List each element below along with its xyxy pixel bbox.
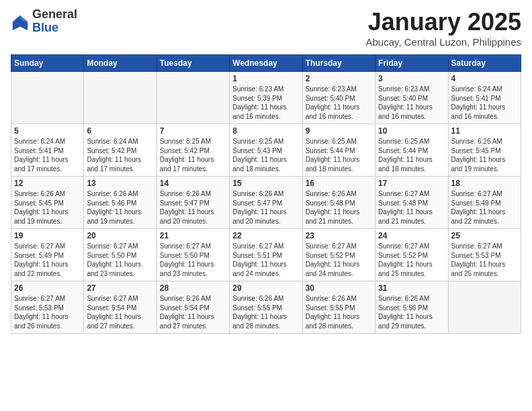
daylight-label: Daylight: 11 hours and 23 minutes. [160,261,214,277]
calendar-cell: 5 Sunrise: 6:24 AM Sunset: 5:41 PM Dayli… [11,124,84,177]
calendar-cell: 28 Sunrise: 6:26 AM Sunset: 5:54 PM Dayl… [157,281,229,334]
cell-content: Sunrise: 6:26 AM Sunset: 5:45 PM Dayligh… [14,189,81,226]
day-number: 27 [87,283,153,293]
cell-content: Sunrise: 6:27 AM Sunset: 5:50 PM Dayligh… [160,242,226,278]
cell-content: Sunrise: 6:25 AM Sunset: 5:44 PM Dayligh… [306,137,372,173]
calendar-cell: 14 Sunrise: 6:26 AM Sunset: 5:47 PM Dayl… [157,177,229,229]
day-number: 7 [160,126,226,136]
day-number: 29 [232,283,299,293]
sunrise-label: Sunrise: 6:27 AM [87,242,138,250]
calendar-cell: 30 Sunrise: 6:26 AM Sunset: 5:55 PM Dayl… [302,281,375,334]
sunset-label: Sunset: 5:49 PM [14,252,64,259]
day-number: 26 [14,283,81,293]
weekday-header-thursday: Thursday [302,55,375,72]
weekday-header-friday: Friday [375,55,448,72]
daylight-label: Daylight: 11 hours and 25 minutes. [451,261,506,277]
sunrise-label: Sunrise: 6:24 AM [87,138,138,145]
sunrise-label: Sunrise: 6:25 AM [160,138,211,145]
day-number: 12 [14,179,81,188]
sunset-label: Sunset: 5:54 PM [87,304,136,312]
cell-content: Sunrise: 6:26 AM Sunset: 5:56 PM Dayligh… [378,294,445,330]
sunset-label: Sunset: 5:51 PM [232,252,282,259]
calendar-cell: 27 Sunrise: 6:27 AM Sunset: 5:54 PM Dayl… [84,281,157,334]
day-number: 25 [451,231,518,240]
sunrise-label: Sunrise: 6:27 AM [14,242,65,250]
daylight-label: Daylight: 11 hours and 16 minutes. [306,103,360,120]
daylight-label: Daylight: 11 hours and 24 minutes. [232,261,287,277]
day-number: 2 [306,74,372,83]
sunrise-label: Sunrise: 6:23 AM [378,85,429,93]
cell-content: Sunrise: 6:27 AM Sunset: 5:51 PM Dayligh… [232,242,299,278]
sunset-label: Sunset: 5:47 PM [160,199,210,207]
sunrise-label: Sunrise: 6:27 AM [87,295,138,302]
calendar-cell: 6 Sunrise: 6:24 AM Sunset: 5:42 PM Dayli… [84,124,157,177]
day-number: 4 [451,74,518,83]
sunrise-label: Sunrise: 6:27 AM [378,242,429,250]
sunrise-label: Sunrise: 6:26 AM [14,190,65,197]
sunrise-label: Sunrise: 6:27 AM [378,190,429,197]
calendar-table: SundayMondayTuesdayWednesdayThursdayFrid… [11,54,521,334]
sunset-label: Sunset: 5:43 PM [232,147,282,154]
sunset-label: Sunset: 5:42 PM [87,147,136,154]
logo-blue: Blue [32,21,77,35]
sunrise-label: Sunrise: 6:26 AM [232,295,283,302]
cell-content: Sunrise: 6:27 AM Sunset: 5:53 PM Dayligh… [14,294,81,330]
calendar-cell [84,72,157,124]
logo-icon [11,13,30,32]
daylight-label: Daylight: 11 hours and 17 minutes. [160,156,214,173]
cell-content: Sunrise: 6:26 AM Sunset: 5:47 PM Dayligh… [232,189,299,226]
day-number: 31 [378,283,445,293]
sunrise-label: Sunrise: 6:26 AM [378,295,429,302]
sunrise-label: Sunrise: 6:26 AM [87,190,138,197]
logo-text: General Blue [32,8,77,35]
daylight-label: Daylight: 11 hours and 20 minutes. [232,208,287,225]
sunset-label: Sunset: 5:45 PM [451,147,501,154]
sunset-label: Sunset: 5:56 PM [378,304,428,312]
day-number: 21 [160,231,226,240]
sunset-label: Sunset: 5:40 PM [306,95,355,102]
calendar-cell: 16 Sunrise: 6:26 AM Sunset: 5:48 PM Dayl… [302,177,375,229]
sunset-label: Sunset: 5:50 PM [160,252,210,259]
week-row-1: 1 Sunrise: 6:23 AM Sunset: 5:39 PM Dayli… [11,72,521,124]
daylight-label: Daylight: 11 hours and 28 minutes. [232,313,287,330]
sunset-label: Sunset: 5:49 PM [451,199,501,207]
cell-content: Sunrise: 6:25 AM Sunset: 5:42 PM Dayligh… [160,137,226,173]
calendar-cell: 2 Sunrise: 6:23 AM Sunset: 5:40 PM Dayli… [302,72,375,124]
daylight-label: Daylight: 11 hours and 16 minutes. [378,103,433,120]
day-number: 5 [14,126,81,136]
weekday-header-sunday: Sunday [11,55,84,72]
weekday-header-row: SundayMondayTuesdayWednesdayThursdayFrid… [11,55,521,72]
sunrise-label: Sunrise: 6:24 AM [451,85,502,93]
day-number: 19 [14,231,81,240]
sunrise-label: Sunrise: 6:25 AM [378,138,429,145]
calendar-cell: 3 Sunrise: 6:23 AM Sunset: 5:40 PM Dayli… [375,72,448,124]
sunrise-label: Sunrise: 6:26 AM [306,295,357,302]
calendar-cell: 18 Sunrise: 6:27 AM Sunset: 5:49 PM Dayl… [448,177,521,229]
sunrise-label: Sunrise: 6:26 AM [160,190,211,197]
daylight-label: Daylight: 11 hours and 23 minutes. [87,261,141,277]
cell-content: Sunrise: 6:26 AM Sunset: 5:54 PM Dayligh… [160,294,226,330]
daylight-label: Daylight: 11 hours and 17 minutes. [14,156,69,173]
day-number: 9 [306,126,372,136]
day-number: 14 [160,179,226,188]
calendar-cell: 12 Sunrise: 6:26 AM Sunset: 5:45 PM Dayl… [11,177,84,229]
cell-content: Sunrise: 6:27 AM Sunset: 5:49 PM Dayligh… [451,189,518,226]
calendar-cell: 31 Sunrise: 6:26 AM Sunset: 5:56 PM Dayl… [375,281,448,334]
day-number: 13 [87,179,153,188]
cell-content: Sunrise: 6:27 AM Sunset: 5:53 PM Dayligh… [451,242,518,278]
cell-content: Sunrise: 6:25 AM Sunset: 5:43 PM Dayligh… [232,137,299,173]
weekday-header-tuesday: Tuesday [157,55,229,72]
cell-content: Sunrise: 6:26 AM Sunset: 5:48 PM Dayligh… [306,189,372,226]
calendar-cell: 1 Sunrise: 6:23 AM Sunset: 5:39 PM Dayli… [230,72,302,124]
calendar-cell: 22 Sunrise: 6:27 AM Sunset: 5:51 PM Dayl… [230,229,302,281]
daylight-label: Daylight: 11 hours and 21 minutes. [306,208,360,225]
sunset-label: Sunset: 5:44 PM [378,147,428,154]
cell-content: Sunrise: 6:26 AM Sunset: 5:47 PM Dayligh… [160,189,226,226]
cell-content: Sunrise: 6:24 AM Sunset: 5:41 PM Dayligh… [14,137,81,173]
day-number: 17 [378,179,445,188]
calendar-cell: 29 Sunrise: 6:26 AM Sunset: 5:55 PM Dayl… [230,281,302,334]
daylight-label: Daylight: 11 hours and 16 minutes. [232,103,287,120]
cell-content: Sunrise: 6:27 AM Sunset: 5:54 PM Dayligh… [87,294,153,330]
sunset-label: Sunset: 5:53 PM [14,304,64,312]
daylight-label: Daylight: 11 hours and 19 minutes. [14,208,69,225]
